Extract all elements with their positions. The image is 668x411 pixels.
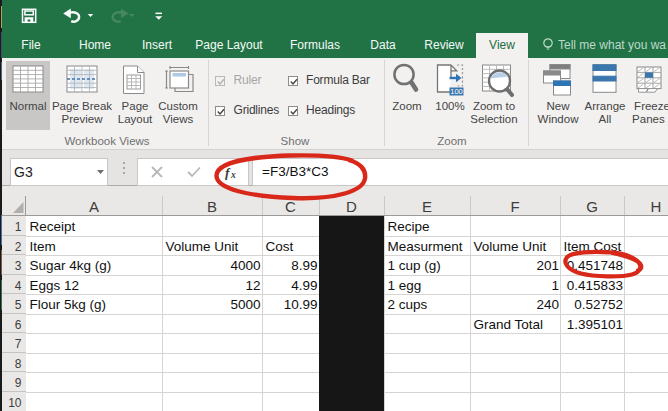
svg-text:x: x — [230, 170, 236, 180]
svg-text:100: 100 — [450, 87, 463, 96]
